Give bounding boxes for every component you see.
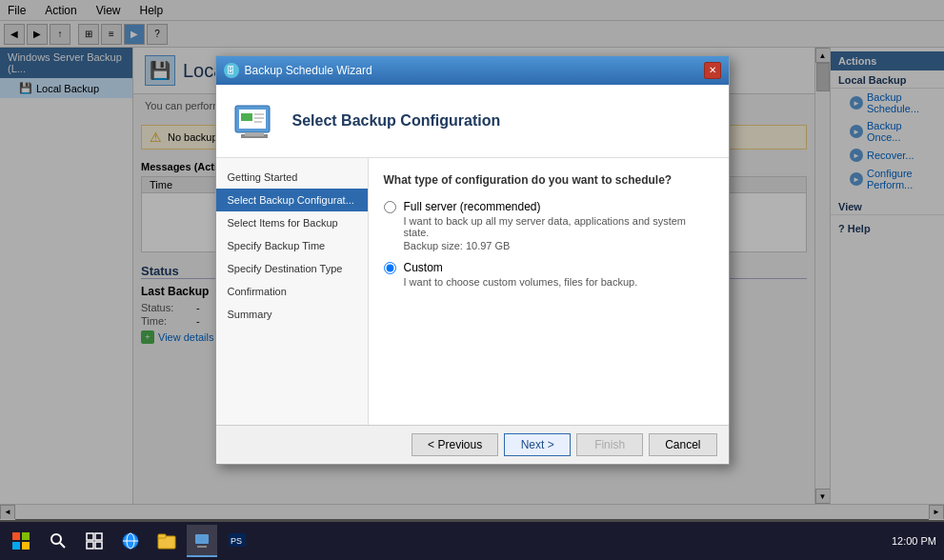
svg-rect-16: [87, 542, 93, 549]
radio-full-desc1: I want to back up all my server data, ap…: [404, 215, 713, 238]
taskbar-time: 12:00 PM: [892, 535, 936, 547]
taskbar-task-view[interactable]: [78, 525, 110, 557]
dialog: 🗄 Backup Schedule Wizard ✕: [215, 55, 730, 465]
option-full-label-group: Full server (recommended) I want to back…: [404, 200, 713, 251]
svg-point-12: [51, 534, 61, 544]
svg-rect-8: [12, 532, 20, 540]
svg-rect-15: [95, 533, 102, 540]
finish-button[interactable]: Finish: [576, 433, 643, 456]
dialog-title: Backup Schedule Wizard: [245, 64, 372, 77]
cancel-button[interactable]: Cancel: [649, 433, 716, 456]
svg-rect-7: [254, 121, 262, 123]
radio-full-server[interactable]: [384, 201, 396, 213]
svg-rect-22: [158, 534, 166, 538]
dialog-title-icon: 🗄: [224, 63, 239, 78]
svg-rect-5: [254, 113, 264, 115]
svg-rect-17: [95, 542, 102, 549]
wizard-step-5[interactable]: Confirmation: [216, 280, 368, 303]
wizard-step-1[interactable]: Select Backup Configurat...: [216, 189, 368, 211]
wizard-step-2[interactable]: Select Items for Backup: [216, 211, 368, 234]
wizard-step-4[interactable]: Specify Destination Type: [216, 257, 368, 280]
svg-rect-4: [241, 113, 252, 121]
svg-rect-10: [12, 542, 20, 550]
option-custom-label-group: Custom I want to choose custom volumes, …: [404, 261, 638, 288]
taskbar: PS 12:00 PM: [0, 522, 944, 560]
taskbar-ie[interactable]: [114, 525, 147, 557]
radio-custom[interactable]: [384, 262, 396, 274]
svg-rect-3: [245, 132, 264, 136]
svg-rect-23: [195, 534, 209, 544]
previous-button[interactable]: < Previous: [412, 433, 498, 456]
dialog-content: Getting Started Select Backup Configurat…: [216, 158, 729, 425]
svg-rect-14: [87, 533, 93, 540]
dialog-header-section: Select Backup Configuration: [216, 85, 729, 158]
radio-custom-label[interactable]: Custom: [404, 261, 443, 274]
svg-rect-6: [254, 117, 264, 119]
dialog-close-button[interactable]: ✕: [704, 62, 721, 79]
option-full-server: Full server (recommended) I want to back…: [384, 200, 713, 251]
wizard-nav: Getting Started Select Backup Configurat…: [216, 158, 369, 425]
taskbar-search-button[interactable]: [42, 525, 74, 557]
wizard-step-3[interactable]: Specify Backup Time: [216, 234, 368, 257]
radio-custom-desc1: I want to choose custom volumes, files f…: [404, 276, 638, 288]
wizard-question: What type of configuration do you want t…: [384, 173, 713, 187]
taskbar-server-backup-app[interactable]: [187, 525, 217, 557]
dialog-footer: < Previous Next > Finish Cancel: [216, 425, 729, 464]
dialog-header-icon: [231, 98, 277, 144]
taskbar-right: 12:00 PM: [892, 535, 940, 547]
dialog-header-title: Select Backup Configuration: [292, 112, 501, 130]
dialog-title-left: 🗄 Backup Schedule Wizard: [224, 63, 372, 78]
modal-overlay: 🗄 Backup Schedule Wizard ✕: [0, 0, 944, 519]
taskbar-powershell[interactable]: PS: [221, 525, 253, 557]
wizard-step-6[interactable]: Summary: [216, 303, 368, 326]
option-custom: Custom I want to choose custom volumes, …: [384, 261, 713, 288]
taskbar-start-button[interactable]: [4, 525, 38, 557]
svg-line-13: [60, 543, 65, 548]
radio-full-desc2: Backup size: 10.97 GB: [404, 240, 713, 251]
wizard-step-0[interactable]: Getting Started: [216, 166, 368, 189]
wizard-main: What type of configuration do you want t…: [369, 158, 729, 425]
svg-rect-24: [197, 546, 207, 548]
svg-rect-9: [22, 532, 30, 540]
svg-text:PS: PS: [231, 536, 242, 546]
taskbar-explorer[interactable]: [151, 525, 183, 557]
radio-full-label[interactable]: Full server (recommended): [404, 200, 541, 213]
next-button[interactable]: Next >: [504, 433, 571, 456]
svg-rect-11: [22, 542, 30, 550]
dialog-body: Select Backup Configuration Getting Star…: [216, 85, 729, 464]
dialog-titlebar: 🗄 Backup Schedule Wizard ✕: [216, 56, 729, 85]
